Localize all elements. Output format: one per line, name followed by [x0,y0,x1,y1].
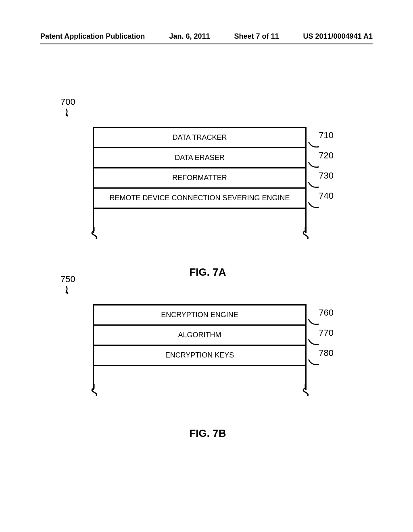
leader-swoop-icon [308,318,321,326]
squiggle-arrow-icon [65,108,74,118]
leader-swoop-icon [308,161,321,169]
publication-type: Patent Application Publication [40,32,145,41]
sheet-number: Sheet 7 of 11 [234,32,279,41]
box-label: ALGORITHM [178,331,221,339]
header-divider [40,44,373,44]
encryption-engine-box: ENCRYPTION ENGINE 760 [94,305,305,326]
ref-770: 770 [319,328,334,338]
ref-780: 780 [319,348,334,358]
box-label: REFORMATTER [172,174,227,182]
figure-7b-stack: ENCRYPTION ENGINE 760 ALGORITHM 770 ENCR… [93,304,307,390]
empty-continuation-box [94,209,305,233]
figure-7b-caption: FIG. 7B [189,427,226,440]
publication-date: Jan. 6, 2011 [169,32,210,41]
algorithm-box: ALGORITHM 770 [94,326,305,346]
leader-swoop-icon [308,181,321,189]
figure-7a-caption: FIG. 7A [189,266,226,278]
leader-swoop-icon [308,141,321,149]
break-squiggle-icon [88,227,104,239]
ref-number-750: 750 [60,274,75,285]
leader-swoop-icon [308,202,321,210]
break-squiggle-icon [295,384,311,396]
ref-740: 740 [319,191,334,201]
ref-720: 720 [319,150,334,161]
empty-continuation-box [94,366,305,390]
box-label: REMOTE DEVICE CONNECTION SEVERING ENGINE [109,194,290,202]
reformatter-box: REFORMATTER 730 [94,168,305,189]
break-squiggle-icon [88,384,104,396]
remote-device-box: REMOTE DEVICE CONNECTION SEVERING ENGINE… [94,189,305,209]
leader-swoop-icon [308,339,321,347]
box-label: ENCRYPTION ENGINE [161,311,238,319]
figure-7a-stack: DATA TRACKER 710 DATA ERASER 720 REFORMA… [93,127,307,233]
box-label: DATA ERASER [175,154,224,162]
leader-swoop-icon [308,359,321,367]
patent-number: US 2011/0004941 A1 [303,32,373,41]
ref-number-700: 700 [60,97,75,107]
box-label: DATA TRACKER [172,133,227,142]
ref-730: 730 [319,170,334,181]
encryption-keys-box: ENCRYPTION KEYS 780 [94,346,305,366]
box-label: ENCRYPTION KEYS [165,351,234,360]
data-eraser-box: DATA ERASER 720 [94,148,305,168]
data-tracker-box: DATA TRACKER 710 [94,128,305,148]
ref-760: 760 [319,308,334,318]
ref-710: 710 [319,130,334,141]
break-squiggle-icon [295,227,311,239]
patent-header: Patent Application Publication Jan. 6, 2… [40,32,373,41]
squiggle-arrow-icon [65,285,74,295]
